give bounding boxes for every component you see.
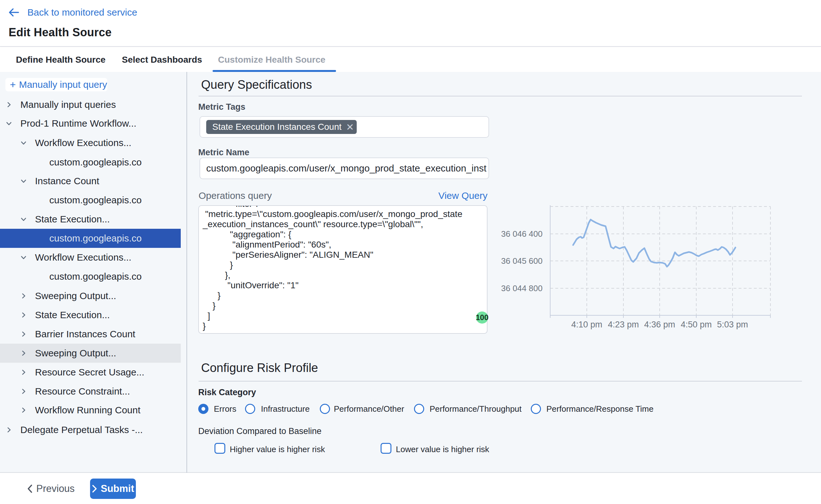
svg-text:36 045 600: 36 045 600 (501, 256, 543, 266)
svg-text:36 046 400: 36 046 400 (501, 229, 543, 239)
svg-text:4:23 pm: 4:23 pm (608, 320, 639, 329)
svg-text:36 044 800: 36 044 800 (501, 283, 543, 293)
svg-text:5:03 pm: 5:03 pm (717, 320, 748, 329)
svg-text:4:50 pm: 4:50 pm (681, 320, 712, 329)
svg-text:4:36 pm: 4:36 pm (644, 320, 675, 329)
svg-text:4:10 pm: 4:10 pm (571, 320, 602, 329)
